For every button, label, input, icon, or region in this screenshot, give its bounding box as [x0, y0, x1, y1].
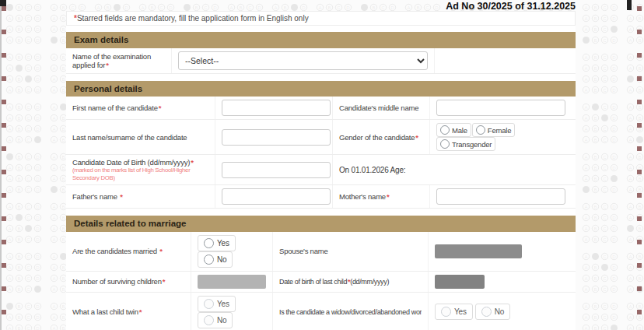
father-name-input[interactable]: [222, 188, 331, 205]
exam-row-spacer: [434, 48, 576, 73]
svg-text:B: B: [17, 105, 20, 110]
svg-text:B: B: [61, 177, 65, 181]
required-asterisk: *: [106, 61, 109, 69]
svg-text:C: C: [26, 177, 30, 181]
svg-text:D: D: [612, 255, 616, 259]
svg-text:B: B: [17, 304, 20, 309]
last-child-dob-field: [428, 272, 576, 292]
svg-text:C: C: [26, 127, 30, 132]
gender-radio-female[interactable]: Female: [472, 123, 515, 137]
svg-text:C: C: [603, 66, 607, 71]
svg-text:B: B: [239, 5, 242, 10]
svg-text:C: C: [26, 326, 30, 330]
svg-text:B: B: [593, 188, 597, 192]
svg-text:A: A: [628, 27, 632, 32]
svg-text:B: B: [17, 27, 20, 32]
last-name-input[interactable]: [222, 129, 331, 146]
svg-text:B: B: [17, 5, 20, 10]
svg-text:A: A: [52, 77, 55, 82]
svg-text:B: B: [61, 216, 65, 220]
exam-select[interactable]: --Select--: [178, 51, 428, 70]
svg-text:C: C: [603, 5, 607, 10]
svg-text:B: B: [61, 166, 65, 170]
svg-text:A: A: [584, 127, 587, 132]
required-asterisk: *: [387, 192, 390, 201]
svg-text:C: C: [71, 5, 75, 10]
twin-field: Yes No: [191, 293, 272, 330]
svg-text:B: B: [593, 177, 597, 181]
svg-text:A: A: [584, 116, 587, 121]
svg-text:A: A: [52, 27, 55, 32]
dob-row: Candidate Date of Birth (dd/mm/yyyy)* (m…: [66, 155, 576, 185]
gender-radio-transgender[interactable]: Transgender: [436, 137, 495, 151]
twin-widow-row: What a last child twin* Yes No Is the ca…: [66, 293, 576, 330]
svg-text:D: D: [346, 5, 350, 10]
svg-text:D: D: [612, 38, 616, 43]
svg-text:C: C: [603, 326, 607, 330]
married-radio-yes[interactable]: Yes: [198, 235, 236, 251]
svg-text:B: B: [593, 226, 597, 231]
svg-text:B: B: [61, 55, 65, 60]
svg-text:B: B: [61, 205, 65, 209]
svg-text:B: B: [61, 88, 65, 93]
svg-text:A: A: [8, 205, 11, 209]
svg-text:B: B: [106, 5, 109, 10]
middle-name-input[interactable]: [436, 100, 565, 116]
svg-text:D: D: [36, 127, 40, 132]
svg-text:A: A: [584, 216, 587, 220]
svg-text:D: D: [36, 304, 40, 309]
svg-text:C: C: [603, 38, 607, 43]
svg-text:A: A: [8, 166, 11, 170]
svg-text:D: D: [36, 77, 40, 82]
spouse-name-field: [428, 232, 576, 271]
svg-text:B: B: [593, 127, 597, 132]
svg-text:B: B: [638, 66, 641, 71]
dob-input[interactable]: [222, 162, 331, 178]
svg-text:B: B: [17, 88, 20, 93]
svg-text:D: D: [612, 226, 616, 231]
svg-text:A: A: [628, 237, 632, 242]
svg-text:B: B: [17, 265, 20, 270]
svg-text:B: B: [61, 326, 65, 330]
svg-text:A: A: [628, 265, 632, 270]
svg-text:D: D: [36, 255, 40, 259]
svg-text:A: A: [52, 155, 55, 160]
first-name-input[interactable]: [222, 100, 331, 116]
married-field: Yes No: [191, 232, 272, 271]
svg-text:D: D: [169, 5, 173, 10]
twin-label: What a last child twin*: [66, 293, 191, 330]
svg-text:B: B: [593, 265, 597, 270]
svg-text:A: A: [8, 27, 11, 32]
gender-radio-male[interactable]: Male: [436, 123, 471, 137]
svg-text:A: A: [8, 315, 11, 320]
radio-icon: [476, 125, 485, 135]
svg-text:B: B: [416, 5, 419, 10]
children-row: Number of surviving children* Date of bi…: [66, 272, 576, 293]
svg-text:B: B: [593, 315, 597, 320]
svg-text:B: B: [61, 287, 65, 292]
svg-text:D: D: [36, 116, 40, 121]
svg-text:B: B: [638, 188, 641, 192]
mandatory-note: *Starred fields are mandatory, fill the …: [66, 11, 576, 26]
ad-number: Ad No 30/2025 of 31.12.2025: [446, 1, 576, 12]
svg-text:D: D: [36, 166, 40, 170]
married-radio-no[interactable]: No: [198, 251, 233, 268]
svg-text:C: C: [603, 177, 607, 181]
svg-text:A: A: [52, 265, 55, 270]
svg-text:A: A: [96, 5, 100, 10]
svg-text:A: A: [52, 88, 55, 93]
svg-text:A: A: [628, 138, 632, 142]
lastname-gender-row: Last name/surname of the candidate Gende…: [66, 120, 576, 155]
svg-text:A: A: [229, 5, 233, 10]
svg-text:C: C: [603, 188, 607, 192]
mother-name-input[interactable]: [436, 188, 565, 205]
svg-text:A: A: [628, 205, 632, 209]
svg-text:D: D: [612, 127, 616, 132]
svg-text:B: B: [61, 304, 65, 309]
svg-text:C: C: [603, 216, 607, 220]
svg-text:C: C: [603, 276, 607, 281]
svg-text:D: D: [612, 66, 616, 71]
radio-icon: [441, 307, 451, 317]
svg-text:A: A: [8, 127, 11, 132]
svg-text:A: A: [584, 304, 587, 309]
